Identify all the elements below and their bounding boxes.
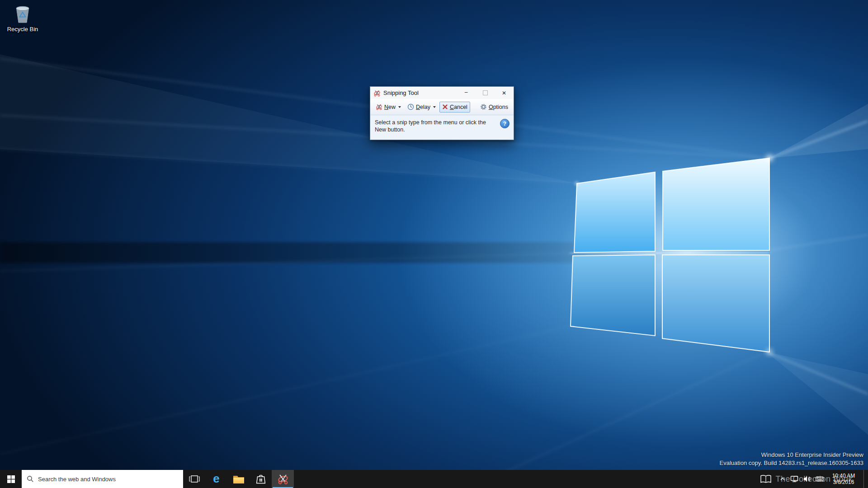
speaker-icon [803, 475, 811, 483]
new-snip-label: New [384, 104, 396, 110]
search-icon [27, 475, 34, 483]
delay-label: Delay [416, 104, 430, 110]
store-button[interactable] [250, 470, 272, 488]
clock-time: 10:40 AM [832, 473, 855, 479]
show-desktop-button[interactable] [863, 470, 867, 488]
task-view-button[interactable] [183, 470, 205, 488]
help-glyph: ? [503, 120, 506, 127]
chevron-down-icon [433, 106, 436, 108]
volume-tray-button[interactable] [801, 470, 813, 488]
recycle-bin-glyph [12, 4, 33, 24]
taskbar-spacer [294, 470, 777, 488]
maximize-button[interactable] [476, 87, 495, 99]
build-watermark: Windows 10 Enterprise Insider Preview Ev… [720, 451, 864, 467]
edge-button[interactable]: e [205, 470, 227, 488]
gear-icon [480, 103, 487, 110]
watermark-line-2: Evaluation copy. Build 14283.rs1_release… [720, 459, 864, 467]
chevron-down-icon [398, 106, 401, 108]
close-icon: ✕ [502, 90, 506, 96]
taskbar-clock[interactable]: 10:40 AM 3/6/2016 [826, 473, 861, 485]
recycle-bin-icon[interactable]: Recycle Bin [3, 4, 42, 33]
snipping-tool-app-icon [373, 89, 381, 97]
snipping-tool-icon [277, 473, 289, 485]
red-x-icon [442, 104, 448, 110]
hidden-icons-chevron[interactable] [777, 470, 788, 488]
snipping-tool-window: Snipping Tool – ✕ [370, 86, 514, 140]
window-caption-buttons: – ✕ [457, 87, 514, 99]
folder-icon [233, 474, 245, 484]
delay-button[interactable]: Delay [405, 101, 439, 113]
taskbar: Search the web and Windows e [0, 470, 868, 488]
network-tray-button[interactable] [788, 470, 801, 488]
windows-logo-icon [7, 475, 15, 483]
snipping-tool-titlebar[interactable]: Snipping Tool – ✕ [370, 87, 514, 99]
help-icon[interactable]: ? [500, 119, 509, 128]
snipping-tool-toolbar: New Delay Cancel [370, 99, 514, 115]
file-explorer-button[interactable] [227, 470, 250, 488]
recycle-bin-label: Recycle Bin [7, 26, 38, 33]
minimize-icon: – [465, 89, 468, 95]
taskbar-search[interactable]: Search the web and Windows [22, 470, 183, 488]
new-snip-button[interactable]: New [373, 101, 404, 113]
cancel-label: Cancel [450, 104, 467, 110]
network-icon [790, 475, 798, 483]
task-view-icon [189, 475, 200, 483]
chevron-up-icon [779, 476, 786, 482]
start-button[interactable] [0, 470, 22, 488]
minimize-button[interactable]: – [457, 87, 476, 99]
store-bag-icon [256, 474, 266, 484]
scissors-icon [376, 103, 382, 110]
options-label: Options [489, 104, 508, 110]
desktop: Recycle Bin Snipping Tool – [0, 0, 868, 488]
touch-keyboard-button[interactable] [813, 470, 826, 488]
edge-logo-icon: e [213, 473, 219, 484]
cancel-button[interactable]: Cancel [439, 102, 470, 113]
snipping-tool-infobar: Select a snip type from the menu or clic… [370, 115, 514, 140]
watermark-line-1: Windows 10 Enterprise Insider Preview [720, 451, 864, 459]
close-button[interactable]: ✕ [495, 87, 514, 99]
keyboard-icon [816, 476, 824, 482]
options-button[interactable]: Options [477, 101, 511, 113]
snipping-tool-taskbar-button[interactable] [272, 470, 294, 488]
maximize-icon [483, 90, 488, 95]
system-tray: 10:40 AM 3/6/2016 [777, 470, 868, 488]
clock-icon [407, 103, 414, 110]
window-title: Snipping Tool [383, 89, 419, 96]
clock-date: 3/6/2016 [833, 479, 854, 485]
search-placeholder-text: Search the web and Windows [38, 476, 116, 483]
windows-hero-wallpaper [0, 0, 868, 488]
instruction-text: Select a snip type from the menu or clic… [375, 119, 497, 133]
